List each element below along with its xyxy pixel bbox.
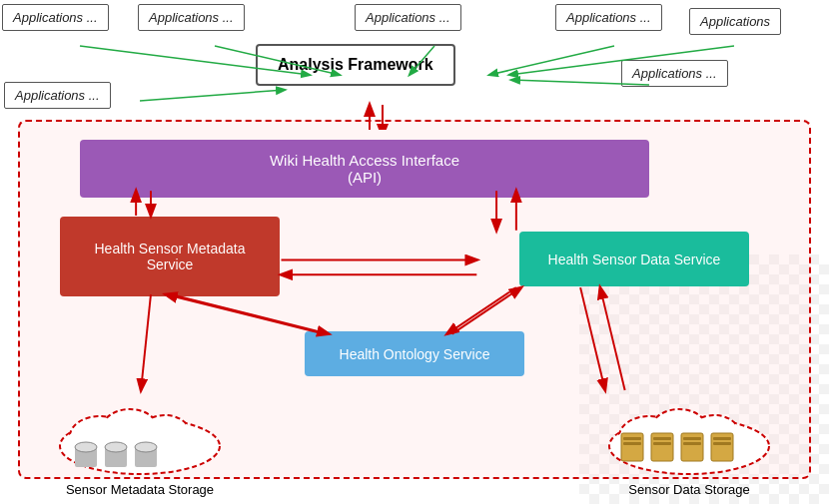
app-box-3: Applications ... — [355, 4, 461, 31]
svg-line-43 — [452, 287, 521, 333]
main-container: Wiki Health Access Interface (API) Healt… — [18, 120, 811, 479]
svg-line-46 — [600, 287, 625, 390]
svg-point-11 — [105, 442, 127, 452]
svg-line-50 — [489, 46, 614, 75]
svg-rect-29 — [683, 437, 701, 440]
cloud-svg-left — [50, 391, 230, 476]
svg-rect-23 — [623, 437, 641, 440]
app-box-1: Applications ... — [2, 4, 109, 31]
svg-rect-33 — [713, 442, 731, 445]
cloud-svg-right — [599, 391, 779, 476]
svg-rect-24 — [623, 442, 641, 445]
svg-rect-30 — [683, 442, 701, 445]
app-box-4: Applications ... — [555, 4, 662, 31]
svg-point-9 — [75, 442, 97, 452]
ontology-service-box: Health Ontology Service — [305, 331, 524, 376]
app-box-5: Applications — [689, 8, 781, 35]
svg-line-44 — [141, 294, 151, 390]
data-storage-label: Sensor Data Storage — [599, 482, 779, 497]
svg-rect-32 — [713, 437, 731, 440]
app-box-6: Applications ... — [4, 82, 111, 109]
app-box-2: Applications ... — [138, 4, 245, 31]
svg-rect-27 — [653, 442, 671, 445]
analysis-framework-box: Analysis Framework — [256, 44, 455, 86]
metadata-service-box: Health Sensor MetadataService — [60, 217, 280, 296]
wiki-api-box: Wiki Health Access Interface (API) — [80, 140, 649, 198]
svg-line-45 — [580, 287, 605, 390]
svg-line-40 — [171, 294, 329, 334]
data-service-box: Health Sensor Data Service — [519, 232, 749, 286]
svg-rect-26 — [653, 437, 671, 440]
svg-line-41 — [166, 294, 324, 334]
svg-line-52 — [140, 90, 285, 101]
diagram-container: Applications ... Applications ... Applic… — [0, 0, 829, 504]
data-storage-cloud: Sensor Data Storage — [599, 391, 779, 497]
svg-point-13 — [135, 442, 157, 452]
metadata-storage-cloud: Sensor Metadata Storage — [50, 391, 230, 497]
app-box-7: Applications ... — [621, 60, 728, 87]
svg-line-42 — [447, 287, 516, 333]
metadata-storage-label: Sensor Metadata Storage — [50, 482, 230, 497]
